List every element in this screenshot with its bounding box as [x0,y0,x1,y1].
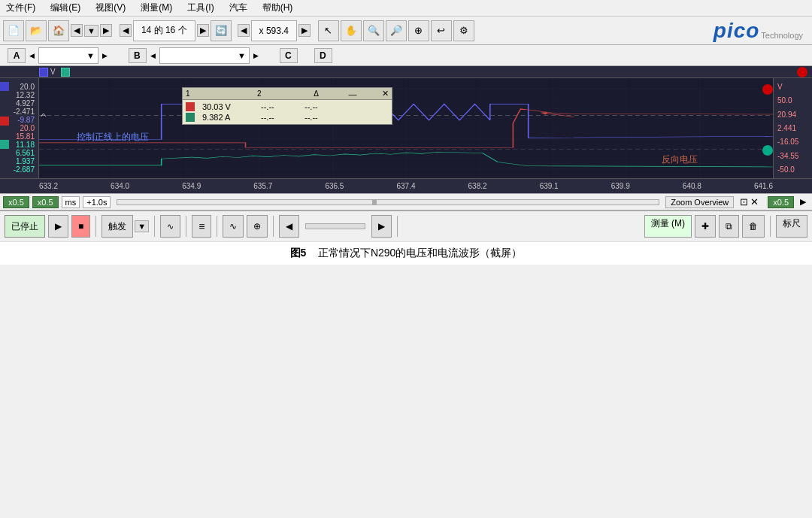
menu-tools[interactable]: 工具(I) [184,0,217,16]
play-btn[interactable]: ▶ [48,215,68,238]
popup-col2: 2 [257,89,262,98]
stop-btn[interactable]: ■ [71,215,90,238]
home-btn[interactable]: 🏠 [48,20,69,41]
popup-minimize[interactable]: — [348,89,356,98]
trigger-btn[interactable]: 触发 [102,215,133,238]
scroll-right-arrow[interactable]: ▶ [800,197,806,207]
ch-blue-indicator [39,68,48,77]
menu-file[interactable]: 文件(F) [3,0,38,16]
sep3 [186,216,186,237]
sep6 [397,216,398,237]
cursor-btn[interactable]: ↖ [318,20,339,41]
red-corner-dot [797,67,807,77]
channel-c-label[interactable]: C [280,48,298,63]
capture-counter: 14 的 16 个 [133,20,195,41]
chart-area[interactable]: A 1 2 Δ — ✕ 30.03 V --.-- --.-- [39,78,773,178]
down-arrow1[interactable]: ▼ [84,25,98,37]
meas-row-1: 30.03 V --.-- --.-- [186,101,389,112]
sep2 [154,216,155,237]
x-coord-label: x 593.4 [256,26,292,36]
prev-arrow[interactable]: ◀ [71,24,83,37]
zoom-x05-right[interactable]: x0.5 [768,196,794,208]
open-btn[interactable]: 📂 [26,20,47,41]
zoom-icons: ⊡ ✕ [740,196,759,208]
channel-bar: A ◀ ▼ ▶ B ◀ ▼ ▶ C D [0,45,812,66]
time-scrollbar[interactable] [117,199,659,205]
measure-copy-btn[interactable]: ⧉ [719,215,739,238]
zoom-close-icon[interactable]: ✕ [750,196,759,208]
x-left-arrow[interactable]: ◀ [238,24,250,37]
progress-bar [305,223,365,229]
y-tick-r-v: V [775,83,810,91]
toolbar: 📄 📂 🏠 ◀ ▼ ▶ ◀ 14 的 16 个 ▶ 🔄 ◀ x 593.4 ▶ … [0,17,812,45]
plus1s-label: +1.0s [83,196,111,208]
y-tick-1581: 15.81 [2,132,37,141]
popup-close[interactable]: ✕ [382,89,389,98]
channel-a-left[interactable]: ◀ [29,52,35,59]
undo-btn[interactable]: ↩ [431,20,452,41]
caption: 图5 正常情况下N290的电压和电流波形（截屏） [0,241,812,265]
channel-btn[interactable]: ⊕ [247,215,268,238]
x-tick-9: 640.8 [683,182,701,190]
hand-btn[interactable]: ✋ [341,20,362,41]
measure-plus-btn[interactable]: ✚ [695,215,716,238]
menu-help[interactable]: 帮助(H) [259,0,296,16]
zoom-in-btn[interactable]: 🔍 [363,20,384,41]
y-tick-r-2441: 2.441 [775,124,810,132]
new-btn[interactable]: 📄 [3,20,24,41]
channel-d-label[interactable]: D [314,48,332,63]
signal-btn[interactable]: ∿ [223,215,244,238]
menu-view[interactable]: 视图(V) [92,0,129,16]
channel-a-section: A ◀ ▼ ▶ [3,47,114,64]
menu-car[interactable]: 汽车 [226,0,250,16]
settings-btn[interactable]: ⚙ [453,20,474,41]
channel-a-label[interactable]: A [8,48,26,63]
zoom-fit-btn[interactable]: ⊕ [408,20,429,41]
menu-measure[interactable]: 测量(M) [138,0,175,16]
sep4 [217,216,217,237]
refresh-btn[interactable]: 🔄 [211,20,232,41]
channel-b-right[interactable]: ▶ [253,52,259,59]
y-tick-1232: 12.32 [2,91,37,99]
ms-label: ms [62,196,80,208]
channel-b-dropdown[interactable]: ▼ [159,47,250,64]
zoom-overview-btn[interactable]: Zoom Overview [665,196,734,208]
forward-btn[interactable]: ▶ [371,215,392,238]
right-nav[interactable]: ▶ [197,24,209,37]
channel-b-left[interactable]: ◀ [150,52,156,59]
x-tick-4: 636.5 [325,182,344,190]
next-arrow[interactable]: ▶ [100,24,112,37]
config-btn[interactable]: ≡ [192,215,211,238]
measure-trash-btn[interactable]: 🗑 [742,215,765,238]
back-btn[interactable]: ◀ [279,215,299,238]
channel-b-label[interactable]: B [129,48,147,63]
zoom-out-btn[interactable]: 🔎 [386,20,407,41]
x-tick-2: 634.9 [182,182,201,190]
x-tick-6: 638.2 [468,182,487,190]
measurement-popup[interactable]: 1 2 Δ — ✕ 30.03 V --.-- --.-- 9.382 [182,87,392,125]
chart-svg: A [39,78,773,178]
popup-table: 30.03 V --.-- --.-- 9.382 A --.-- --.-- [183,100,392,124]
measure-btn[interactable]: 测量 (M) [644,215,692,238]
left-nav[interactable]: ◀ [120,24,132,37]
capture-counter-label: 14 的 16 个 [138,24,190,37]
sep1 [95,216,96,237]
channel-a-dropdown[interactable]: ▼ [38,47,98,64]
auto-btn[interactable]: ∿ [160,215,180,238]
svg-text:A: A [41,113,47,117]
x-right-arrow[interactable]: ▶ [298,24,311,37]
sep7 [770,216,771,237]
status-stopped: 已停止 [5,215,45,238]
x-tick-10: 641.6 [754,182,773,190]
ch-green-indicator [61,68,70,77]
zoom-x05-2[interactable]: x0.5 [32,196,59,208]
meas-red-icon [186,102,195,111]
trigger-down[interactable]: ▼ [135,220,149,232]
channel-a-right[interactable]: ▶ [102,52,108,59]
menu-edit[interactable]: 编辑(E) [47,0,83,16]
zoom-resize-icon[interactable]: ⊡ [740,196,748,208]
rulers-btn[interactable]: 标尺 [776,215,807,238]
green-dot-bottom [762,145,773,156]
scrollbar-thumb [372,200,377,204]
zoom-x05-left[interactable]: x0.5 [3,196,29,208]
